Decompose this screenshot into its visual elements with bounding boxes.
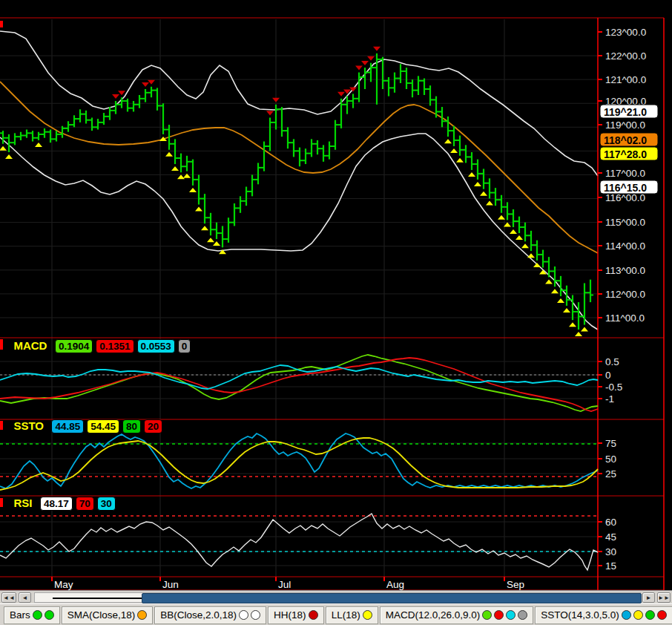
- status-segment-label: BB(Close,2.0,18): [160, 609, 237, 621]
- ssto-values: 44.8554.458020: [51, 419, 165, 432]
- status-segment-label: HH(18): [274, 609, 306, 621]
- price-axis-label: 122^00.0: [605, 50, 646, 62]
- macd-value-2: 0.0553: [137, 339, 175, 353]
- price-axis-label: 121^00.0: [605, 74, 646, 85]
- ssto-value-3: 20: [144, 419, 162, 433]
- indicator-color-dot: [494, 610, 504, 620]
- ssto-value-0: 44.85: [51, 419, 84, 433]
- status-segment-ssto-14-3-0-5-0-[interactable]: SSTO(14,3.0,5.0): [535, 606, 672, 624]
- status-segment-bb-close-2-0-18-[interactable]: BB(Close,2.0,18): [154, 606, 266, 624]
- macd-values: 0.19040.13510.05530: [55, 339, 194, 352]
- status-segment-bars[interactable]: Bars: [4, 606, 60, 624]
- pane-resize-handle-ssto[interactable]: [0, 423, 3, 430]
- price-axis-label: 119^00.0: [605, 120, 645, 131]
- price-axis-label: 112^00.0: [605, 289, 645, 300]
- indicator-color-dot: [137, 610, 147, 620]
- indicator-color-dot: [506, 610, 515, 620]
- status-segment-sma-close-18-[interactable]: SMA(Close,18): [62, 606, 154, 624]
- ssto-axis-label: 75: [605, 438, 616, 449]
- rsi-pane-title: RSI: [13, 497, 32, 509]
- scroll-far-left-button[interactable]: ◄◄: [1, 592, 16, 603]
- rsi-value-1: 70: [76, 497, 94, 511]
- rsi-value-2: 30: [97, 497, 116, 511]
- pane-resize-handle-rsi[interactable]: [0, 500, 3, 507]
- status-segment-label: SMA(Close,18): [67, 609, 136, 621]
- price-axis-label: 111^00.0: [605, 312, 645, 324]
- month-label: Aug: [386, 579, 404, 590]
- status-segment-ll-18-[interactable]: LL(18): [326, 606, 378, 624]
- macd-label-row: MACD 0.19040.13510.05530: [0, 339, 194, 354]
- rsi-axis-label: 45: [605, 531, 616, 543]
- scrollbar-groove: [53, 598, 143, 599]
- price-axis-label: 115^00.0: [605, 217, 645, 228]
- ssto-axis-label: 25: [605, 468, 616, 480]
- indicator-color-dot: [622, 610, 631, 620]
- indicator-color-dot: [309, 610, 318, 620]
- indicator-color-dot: [645, 610, 655, 620]
- month-label: May: [54, 579, 73, 590]
- macd-axis-label: 0: [605, 370, 611, 381]
- indicator-color-dot: [45, 610, 54, 620]
- indicator-color-dot: [518, 610, 527, 620]
- price-axis-label: 117^00.0: [605, 168, 645, 179]
- indicator-color-dot: [633, 610, 643, 620]
- indicator-color-dot: [251, 610, 260, 620]
- scroll-left-button[interactable]: ◄: [19, 592, 31, 603]
- month-label: Sep: [507, 579, 524, 590]
- macd-value-3: 0: [178, 339, 191, 353]
- rsi-axis-label: 60: [605, 517, 616, 528]
- month-label: Jun: [162, 579, 179, 590]
- status-segment-label: Bars: [10, 609, 30, 621]
- ssto-label-row: SSTO 44.8554.458020: [0, 419, 165, 434]
- chart-window: ZNZ22 ~ Daily Tue Jul 19 2022 4:00:00 PM…: [0, 0, 672, 625]
- pane-handle-price[interactable]: [0, 21, 3, 27]
- scrollbar-thumb[interactable]: [142, 593, 642, 603]
- macd-value-1: 0.1351: [96, 339, 134, 353]
- axis-bubble-text: 118^02.0: [604, 134, 647, 146]
- indicator-color-dot: [239, 610, 248, 620]
- ssto-pane-title: SSTO: [13, 419, 44, 432]
- indicator-color-dot: [657, 610, 667, 620]
- price-axis-label: 114^00.0: [605, 240, 645, 252]
- scroll-right-button[interactable]: ►: [642, 592, 655, 603]
- macd-pane-title: MACD: [13, 339, 47, 352]
- price-axis-label: 123^00.0: [605, 27, 646, 38]
- rsi-value-0: 48.17: [40, 497, 73, 511]
- indicator-color-dot: [33, 610, 42, 620]
- rsi-axis-label: 15: [605, 560, 616, 572]
- axis-bubble-text: 119^21.0: [604, 106, 647, 118]
- price-axis-label: 113^00.0: [605, 265, 645, 276]
- pane-resize-handle-macd[interactable]: [0, 343, 3, 350]
- indicator-color-dot: [363, 610, 372, 620]
- ssto-value-2: 80: [122, 419, 141, 433]
- scrollbar-track[interactable]: [34, 592, 641, 603]
- scroll-far-right-button[interactable]: ►►: [657, 592, 671, 603]
- rsi-axis-label: 30: [605, 546, 616, 557]
- rsi-label-row: RSI 48.177030: [0, 497, 119, 511]
- macd-value-0: 0.1904: [55, 339, 93, 353]
- status-segment-macd-12-0-26-0-9-0-[interactable]: MACD(12.0,26.0,9.0): [380, 606, 534, 624]
- indicator-color-dot: [482, 610, 492, 620]
- status-segment-label: SSTO(14,3.0,5.0): [541, 609, 619, 621]
- ssto-value-1: 54.45: [87, 419, 119, 433]
- ssto-axis-label: 50: [605, 454, 616, 465]
- month-label: Jul: [278, 579, 291, 590]
- macd-axis-label: 0.5: [605, 356, 619, 367]
- status-segment-label: MACD(12.0,26.0,9.0): [386, 609, 481, 621]
- axis-bubble-text: 116^15.0: [604, 182, 647, 194]
- status-segment-label: LL(18): [332, 609, 360, 621]
- indicator-status-bar: BarsSMA(Close,18)BB(Close,2.0,18)HH(18)L…: [0, 603, 672, 625]
- rsi-values: 48.177030: [40, 497, 119, 509]
- time-scrollbar[interactable]: ◄◄ ◄ ► ►►: [0, 590, 672, 603]
- axis-bubble-text: 117^28.0: [604, 148, 647, 160]
- status-segment-hh-18-[interactable]: HH(18): [268, 606, 324, 624]
- macd-axis-label: -1: [605, 393, 614, 405]
- macd-axis-label: -0.5: [605, 382, 622, 393]
